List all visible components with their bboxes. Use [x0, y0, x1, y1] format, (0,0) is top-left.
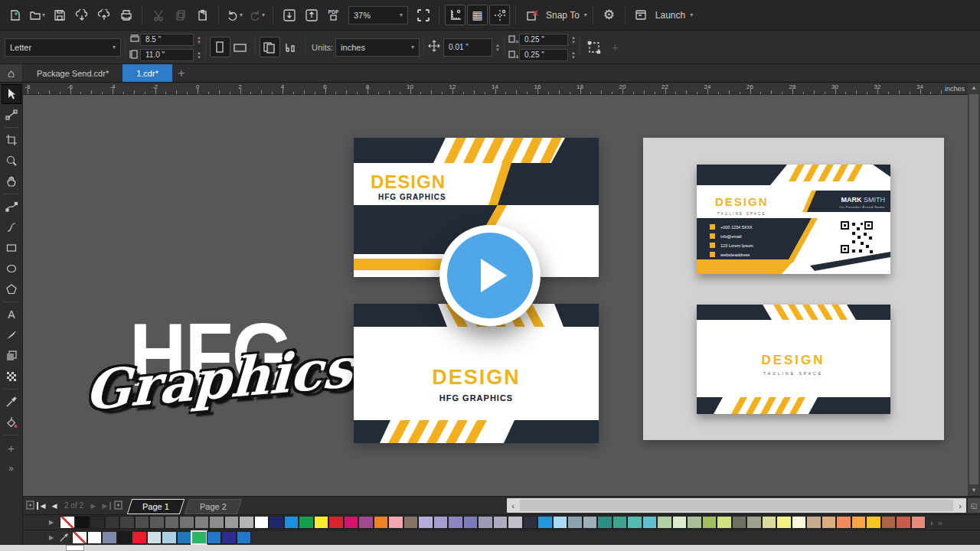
color-swatch[interactable] [866, 516, 881, 529]
save-icon[interactable] [49, 5, 70, 25]
color-swatch[interactable] [209, 516, 224, 529]
color-swatch[interactable] [328, 516, 344, 529]
color-swatch[interactable] [836, 516, 851, 529]
color-swatch[interactable] [881, 516, 897, 529]
show-guidelines-icon[interactable] [489, 5, 510, 25]
color-swatch[interactable] [896, 516, 911, 529]
eyedropper-tool[interactable] [2, 392, 21, 412]
color-swatch[interactable] [165, 516, 180, 529]
color-swatch[interactable] [672, 516, 688, 529]
color-swatch[interactable] [87, 531, 103, 544]
color-swatch[interactable] [207, 531, 222, 544]
color-swatch[interactable] [553, 516, 568, 529]
add-page-start-icon[interactable] [23, 500, 37, 511]
color-swatch[interactable] [612, 516, 628, 529]
paste-icon[interactable] [192, 5, 213, 25]
crop-tool[interactable] [2, 130, 21, 150]
text-tool[interactable]: A [2, 305, 21, 324]
video-play-button[interactable] [439, 225, 541, 326]
freehand-tool[interactable] [2, 197, 21, 217]
welcome-home-icon[interactable]: ⌂ [0, 64, 23, 82]
export-icon[interactable] [301, 5, 322, 25]
scroll-left-icon[interactable]: ‹ [507, 501, 519, 510]
polygon-tool[interactable] [2, 279, 21, 299]
color-swatch[interactable] [851, 516, 867, 529]
vertical-scroll-thumb[interactable] [969, 94, 978, 484]
show-rulers-icon[interactable] [445, 5, 466, 25]
page-tab-2[interactable]: Page 2 [185, 499, 242, 514]
snap-to-label[interactable]: Snap To [546, 10, 580, 21]
color-swatch[interactable] [597, 516, 612, 529]
palette-flyout-icon[interactable]: ▶ [49, 519, 60, 526]
zoom-level-dropdown[interactable]: 37%▾ [348, 6, 408, 24]
add-page-end-icon[interactable] [111, 500, 125, 511]
landscape-orientation-icon[interactable] [230, 37, 251, 57]
hfg-graphics-logo[interactable]: HFG Graphics [84, 317, 337, 447]
color-swatch[interactable] [147, 531, 162, 544]
snap-off-icon[interactable] [521, 5, 542, 25]
color-swatch[interactable] [135, 516, 150, 529]
color-swatch[interactable] [687, 516, 702, 529]
add-tool-icon[interactable]: + [2, 438, 21, 458]
open-icon[interactable]: ▾ [27, 5, 47, 25]
scroll-right-icon[interactable]: › [954, 501, 966, 510]
color-swatch[interactable] [132, 531, 147, 544]
color-swatch[interactable] [237, 531, 252, 544]
color-swatch[interactable] [702, 516, 717, 529]
horizontal-ruler[interactable]: inches -8-6-4-20246810121416182022242628… [23, 83, 968, 95]
interactive-fill-tool[interactable] [2, 412, 21, 432]
new-document-icon[interactable] [5, 5, 25, 25]
color-swatch[interactable] [162, 531, 177, 544]
color-swatch[interactable] [254, 516, 270, 529]
pick-tool[interactable] [2, 84, 21, 104]
color-swatch[interactable] [433, 516, 449, 529]
bspline-tool[interactable] [2, 217, 21, 237]
color-swatch[interactable] [537, 516, 553, 529]
color-swatch[interactable] [642, 516, 658, 529]
vertical-scrollbar[interactable]: ▲ ▼ [968, 83, 980, 496]
document-navigator-icon[interactable]: ◱ [968, 498, 980, 513]
horizontal-scroll-thumb[interactable] [520, 500, 953, 511]
page-width-field[interactable]: 8.5 " [140, 34, 194, 46]
ellipse-tool[interactable] [2, 259, 21, 279]
undo-icon[interactable]: ▾ [224, 5, 245, 25]
dup-y-spinner[interactable]: ▲▼ [571, 51, 576, 60]
duplicate-distance-x-field[interactable]: 0.25 " [519, 34, 568, 46]
nudge-distance-field[interactable]: 0.01 " [443, 38, 492, 57]
color-swatch[interactable] [657, 516, 672, 529]
page-size-preset-dropdown[interactable]: Letter▾ [5, 38, 121, 57]
previous-page-icon[interactable]: ◀ [47, 502, 61, 510]
page-tab-1[interactable]: Page 1 [127, 499, 185, 514]
scroll-down-icon[interactable]: ▼ [971, 485, 977, 496]
undo-caret-icon[interactable]: ▾ [240, 11, 243, 18]
color-swatch[interactable] [221, 531, 237, 544]
no-color-swatch[interactable] [60, 516, 75, 529]
dup-x-spinner[interactable]: ▲▼ [571, 35, 576, 44]
import-icon[interactable] [279, 5, 299, 25]
show-grid-icon[interactable]: ▦ [467, 5, 488, 25]
print-icon[interactable] [116, 5, 136, 25]
color-swatch[interactable] [776, 516, 792, 529]
units-dropdown[interactable]: inches▾ [335, 38, 420, 57]
color-swatch[interactable] [478, 516, 493, 529]
business-card-front[interactable]: DESIGN TAGLINE SPACE MARK SMITH Co-Found… [697, 165, 890, 274]
color-swatch[interactable] [119, 516, 135, 529]
palette-flyout-icon[interactable]: ▶ [49, 534, 60, 541]
nudge-spinner[interactable]: ▲▼ [495, 43, 500, 52]
color-swatch[interactable] [822, 516, 837, 529]
shape-tool[interactable] [2, 105, 21, 125]
color-swatch[interactable] [191, 531, 207, 544]
zoom-caret-icon[interactable]: ▾ [400, 11, 403, 18]
drop-shadow-tool[interactable] [2, 346, 21, 366]
color-swatch[interactable] [806, 516, 822, 529]
options-gear-icon[interactable]: ⚙ [599, 5, 619, 25]
all-pages-layout-icon[interactable] [260, 37, 280, 57]
full-screen-preview-icon[interactable] [413, 5, 433, 25]
color-swatch[interactable] [194, 516, 210, 529]
color-swatch[interactable] [418, 516, 433, 529]
color-swatch[interactable] [75, 516, 90, 529]
portrait-orientation-icon[interactable] [210, 37, 230, 57]
mesh-fill-tool[interactable] [2, 367, 21, 386]
page-width-spinner[interactable]: ▲▼ [197, 35, 201, 44]
color-swatch[interactable] [567, 516, 583, 529]
